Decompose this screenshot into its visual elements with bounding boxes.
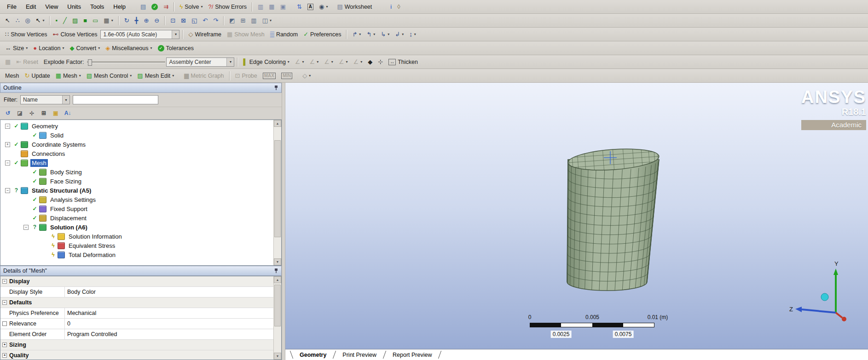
mesh-menu-button[interactable]: ▦Mesh▾ <box>53 72 83 80</box>
outline-scrollbar[interactable]: ▲ ▼ <box>273 120 281 265</box>
tree-item-solid[interactable]: ✓Solid <box>0 131 273 140</box>
edge-midside-icon[interactable]: ↰▾ <box>364 30 377 38</box>
sort-name-icon[interactable]: A↓ <box>63 109 73 118</box>
tree-expander-icon[interactable]: − <box>5 160 10 166</box>
scrollbar-track[interactable] <box>274 127 281 258</box>
panel-splitter[interactable] <box>282 83 285 360</box>
vertex-filter-icon[interactable]: ▪ <box>53 17 60 24</box>
thicken-button[interactable]: ↔Thicken <box>386 58 420 66</box>
show-vertices-button[interactable]: ∷Show Vertices <box>3 30 50 39</box>
details-scrollbar[interactable]: ▲ ▼ <box>273 276 281 360</box>
next-view-icon[interactable]: ↷ <box>211 17 220 24</box>
meshed-cylinder[interactable] <box>567 146 660 291</box>
selection-information-icon[interactable]: i <box>388 3 394 11</box>
refresh-outline-icon[interactable]: ↺ <box>3 109 13 118</box>
tree-item-coordinate-systems[interactable]: +✓Coordinate Systems <box>0 140 273 149</box>
edge-constraint-icon[interactable]: ↲▾ <box>393 30 406 38</box>
property-value[interactable]: Program Controlled <box>65 331 273 337</box>
random-colors-button[interactable]: ▒Random <box>268 30 300 39</box>
face-filter-icon[interactable]: ▨ <box>70 17 80 24</box>
manage-views-icon[interactable]: ▥ <box>249 17 259 24</box>
edge-filter-icon[interactable]: ╱ <box>61 17 69 24</box>
new-chart-icon[interactable]: ▦ <box>266 3 277 11</box>
explode-factor-slider[interactable] <box>87 58 165 66</box>
convert-button[interactable]: ◆Convert▾ <box>67 44 102 52</box>
edge-coloring-button[interactable]: ▌Edge Coloring▾ <box>241 58 291 66</box>
coordinates-pick-icon[interactable]: ∴ <box>13 17 22 24</box>
tree-item-fixed-support[interactable]: ✓Fixed Support <box>0 204 273 213</box>
filter-type-combo[interactable]: Name ▾ <box>20 95 70 104</box>
box-zoom-icon[interactable]: ⊡ <box>168 17 178 24</box>
look-at-face-icon[interactable]: ⊞ <box>238 17 248 24</box>
menu-view[interactable]: View <box>41 2 62 11</box>
details-section-display[interactable]: −Display <box>0 276 273 287</box>
menu-edit[interactable]: Edit <box>22 2 40 11</box>
assembly-center-combo[interactable]: Assembly Center▾ <box>166 57 234 67</box>
zoom-out-icon[interactable]: ⊖ <box>152 17 162 24</box>
filter-pick-icon[interactable]: ⊹ <box>27 109 37 118</box>
extend-selection-icon[interactable]: ▦▾ <box>101 17 115 24</box>
tab-print-preview[interactable]: Print Preview <box>336 349 383 360</box>
pin-annotation-icon[interactable]: ◆ <box>365 58 375 66</box>
dropdown-arrow-icon[interactable]: ▾ <box>226 58 234 66</box>
expand-section-icon[interactable]: + <box>2 353 7 358</box>
tree-item-solution-a6[interactable]: −?Solution (A6) <box>0 223 273 232</box>
scrollbar-thumb[interactable] <box>274 285 281 326</box>
tree-item-face-sizing[interactable]: ✓Face Sizing <box>0 177 273 186</box>
tree-item-geometry[interactable]: −✓Geometry <box>0 121 273 131</box>
details-section-sizing[interactable]: +Sizing <box>0 340 273 350</box>
expand-section-icon[interactable]: + <box>2 343 7 347</box>
updates-icon[interactable]: ⇅ <box>295 3 304 11</box>
remote-job-icon[interactable]: ⇉ <box>161 3 171 11</box>
tree-expander-icon[interactable]: − <box>5 188 10 193</box>
show-errors-button[interactable]: ?/Show Errors <box>206 3 249 11</box>
3d-scene[interactable]: YZ <box>285 83 868 349</box>
worksheet-button[interactable]: ▤Worksheet <box>335 3 374 11</box>
tree-item-analysis-settings[interactable]: ✓Analysis Settings <box>0 195 273 204</box>
property-value[interactable]: Body Color <box>65 289 273 295</box>
scrollbar-track[interactable] <box>274 283 281 353</box>
tree-item-displacement[interactable]: ✓Displacement <box>0 213 273 223</box>
annotation-expand-icon[interactable]: ⊹ <box>376 58 385 66</box>
size-button[interactable]: ↔Size▾ <box>3 44 30 52</box>
tree-expander-icon[interactable]: − <box>23 225 29 230</box>
previous-view-icon[interactable]: ↶ <box>200 17 210 24</box>
edge-thickness-icon[interactable]: ↳▾ <box>378 30 392 38</box>
tree-item-connections[interactable]: Connections <box>0 149 273 158</box>
pan-icon[interactable]: ╋ <box>133 17 141 24</box>
zoom-to-fit-icon[interactable]: ⊠ <box>179 17 188 24</box>
tree-item-static-structural-a5[interactable]: −?Static Structural (A5) <box>0 186 273 195</box>
new-figure-icon[interactable]: ▥ <box>255 3 266 11</box>
dropdown-arrow-icon[interactable]: ▾ <box>62 96 69 104</box>
select-mode-icon[interactable]: ↖▾ <box>34 17 47 24</box>
triad[interactable]: YZ <box>789 260 846 321</box>
scrollbar-thumb[interactable] <box>274 140 281 238</box>
zoom-in-icon[interactable]: ⊕ <box>141 17 151 24</box>
tree-item-equivalent-stress[interactable]: ϟEquivalent Stress <box>0 241 273 250</box>
folder-views-icon[interactable]: ▣ <box>51 109 61 118</box>
mesh-control-button[interactable]: ▧Mesh Control▾ <box>84 72 134 80</box>
details-section-defaults[interactable]: −Defaults <box>0 297 273 308</box>
solve-button[interactable]: ϟSolve▾ <box>177 3 205 11</box>
collapse-section-icon[interactable]: − <box>2 300 7 305</box>
location-button[interactable]: ●Location▾ <box>31 44 66 52</box>
property-value[interactable]: 0 <box>65 320 273 327</box>
pin-icon[interactable] <box>274 268 278 274</box>
update-button[interactable]: ↻Update <box>23 72 52 80</box>
wizard-icon[interactable]: ▤ <box>138 3 148 11</box>
graphics-viewport[interactable]: YZ ANSYS R18.1 Academic 0 0.005 0.01 (m)… <box>285 83 868 360</box>
expand-all-icon[interactable]: ⊞ <box>39 109 49 118</box>
scroll-down-icon[interactable]: ▼ <box>274 353 281 360</box>
menu-units[interactable]: Units <box>63 2 85 11</box>
edge-direction-icon[interactable]: ↱▾ <box>350 30 363 38</box>
close-vertices-button[interactable]: ⊷Close Vertices <box>51 30 100 39</box>
tab-report-preview[interactable]: Report Preview <box>386 349 438 360</box>
tree-item-mesh[interactable]: −✓Mesh <box>0 158 273 167</box>
menu-tools[interactable]: Tools <box>86 2 108 11</box>
scroll-up-icon[interactable]: ▲ <box>274 120 281 127</box>
tab-geometry[interactable]: Geometry <box>293 349 333 360</box>
edge-display-icon[interactable]: ↨▾ <box>407 30 418 38</box>
body-filter-icon[interactable]: ■ <box>81 17 89 24</box>
rotation-ball-icon[interactable] <box>821 293 828 301</box>
tolerances-button[interactable]: ✓Tolerances <box>156 44 196 52</box>
